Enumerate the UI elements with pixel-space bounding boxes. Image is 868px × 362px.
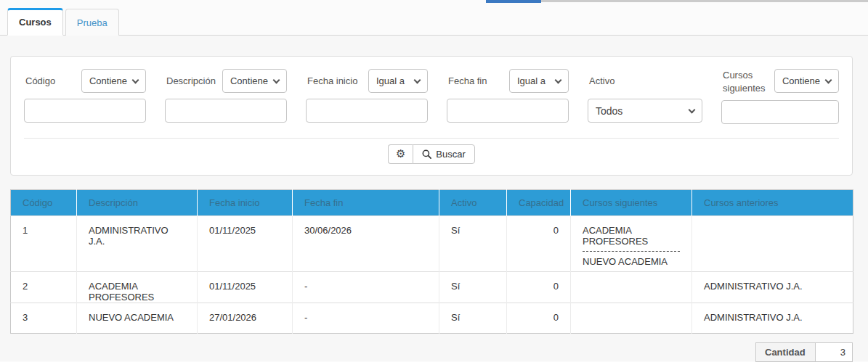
cell-activo: Sí	[439, 272, 507, 303]
column-header-descripcion[interactable]: Descripción	[77, 190, 198, 216]
cell-cursos-anteriores: ADMINISTRATIVO J.A.	[692, 272, 853, 303]
filter-panel: Código Contiene Descripción Contiene	[10, 56, 853, 176]
search-button-label: Buscar	[436, 149, 465, 160]
codigo-operator-value: Contiene	[89, 75, 127, 86]
fecha-inicio-operator-value: Igual a	[376, 75, 405, 86]
cell-capacidad: 0	[507, 272, 571, 303]
cell-fecha-fin: -	[293, 272, 439, 303]
tab-prueba[interactable]: Prueba	[65, 9, 119, 36]
codigo-filter-label: Código	[24, 75, 55, 88]
codigo-operator-select[interactable]: Contiene	[81, 69, 146, 93]
count-value: 3	[816, 342, 853, 362]
descripcion-filter-input[interactable]	[165, 99, 287, 123]
settings-button[interactable]: ⚙	[388, 144, 413, 164]
table-footer: Cantidad 3	[10, 342, 853, 362]
descripcion-operator-select[interactable]: Contiene	[222, 69, 287, 93]
fecha-inicio-filter-label: Fecha inicio	[306, 75, 357, 88]
filter-group-activo: Activo Todos	[588, 69, 702, 124]
descripcion-filter-label: Descripción	[165, 75, 216, 88]
column-header-cursos-siguientes[interactable]: Cursos siguientes	[571, 190, 692, 216]
cell-descripcion: NUEVO ACADEMIA	[77, 303, 198, 334]
cursos-siguientes-operator-select[interactable]: Contiene	[774, 69, 839, 93]
filter-row: Código Contiene Descripción Contiene	[24, 69, 839, 124]
fecha-fin-filter-label: Fecha fin	[447, 75, 487, 88]
chevron-down-icon	[689, 106, 696, 113]
codigo-filter-input[interactable]	[24, 99, 146, 123]
filter-group-fecha-inicio: Fecha inicio Igual a	[306, 69, 428, 124]
gear-icon: ⚙	[396, 149, 405, 160]
cursos-siguientes-operator-value: Contiene	[782, 75, 820, 86]
cursos-siguientes-item: ACADEMIA PROFESORES	[583, 225, 680, 252]
chevron-down-icon	[132, 76, 139, 83]
table-header-row: Código Descripción Fecha inicio Fecha fi…	[11, 190, 853, 216]
search-button-group: ⚙ Buscar	[388, 144, 474, 164]
filter-group-cursos-siguientes: Cursos siguientes Contiene	[721, 69, 839, 124]
fecha-fin-operator-select[interactable]: Igual a	[509, 69, 569, 93]
fecha-fin-filter-input[interactable]	[447, 99, 569, 123]
fecha-inicio-filter-input[interactable]	[306, 99, 428, 123]
cell-codigo: 1	[11, 216, 77, 272]
actions-row: ⚙ Buscar	[24, 139, 839, 175]
fecha-inicio-operator-select[interactable]: Igual a	[368, 69, 428, 93]
cell-descripcion: ACADEMIA PROFESORES	[77, 272, 198, 303]
cell-fecha-inicio: 01/11/2025	[198, 216, 293, 272]
cell-cursos-siguientes	[571, 303, 692, 334]
cell-fecha-fin: 30/06/2026	[293, 216, 439, 272]
cursos-siguientes-item: NUEVO ACADEMIA	[583, 256, 680, 271]
table-row[interactable]: 2 ACADEMIA PROFESORES 01/11/2025 - Sí 0 …	[11, 272, 853, 303]
activo-select-value: Todos	[596, 105, 622, 117]
cell-descripcion: ADMINISTRATIVO J.A.	[77, 216, 198, 272]
chevron-down-icon	[273, 76, 280, 83]
cell-cursos-anteriores: ADMINISTRATIVO J.A.	[692, 303, 853, 334]
column-header-capacidad[interactable]: Capacidad	[507, 190, 571, 216]
descripcion-operator-value: Contiene	[230, 75, 268, 86]
cell-cursos-siguientes	[571, 272, 692, 303]
column-header-activo[interactable]: Activo	[439, 190, 507, 216]
chevron-down-icon	[414, 76, 421, 83]
activo-filter-label: Activo	[588, 75, 615, 88]
cell-activo: Sí	[439, 303, 507, 334]
main-content: Código Contiene Descripción Contiene	[0, 36, 868, 361]
tab-cursos[interactable]: Cursos	[7, 8, 63, 36]
filter-group-codigo: Código Contiene	[24, 69, 146, 124]
table-row[interactable]: 1 ADMINISTRATIVO J.A. 01/11/2025 30/06/2…	[11, 216, 853, 272]
chevron-down-icon	[825, 76, 832, 83]
cell-capacidad: 0	[507, 303, 571, 334]
table-row[interactable]: 3 NUEVO ACADEMIA 27/01/2026 - Sí 0 ADMIN…	[11, 303, 853, 334]
tab-bar: Cursos Prueba	[0, 0, 868, 36]
cell-cursos-siguientes: ACADEMIA PROFESORES NUEVO ACADEMIA	[571, 216, 692, 272]
filter-group-fecha-fin: Fecha fin Igual a	[447, 69, 569, 124]
fecha-fin-operator-value: Igual a	[517, 75, 545, 86]
column-header-fecha-inicio[interactable]: Fecha inicio	[198, 190, 293, 216]
activo-select[interactable]: Todos	[588, 99, 702, 123]
cursos-siguientes-filter-label: Cursos siguientes	[721, 69, 768, 94]
column-header-fecha-fin[interactable]: Fecha fin	[293, 190, 439, 216]
count-label: Cantidad	[755, 342, 816, 362]
cell-cursos-anteriores	[692, 216, 853, 272]
column-header-cursos-anteriores[interactable]: Cursos anteriores	[692, 190, 853, 216]
top-scrollbar-track[interactable]	[486, 0, 868, 2]
cell-fecha-inicio: 01/11/2025	[198, 272, 293, 303]
cell-fecha-fin: -	[293, 303, 439, 334]
column-header-codigo[interactable]: Código	[11, 190, 77, 216]
search-button[interactable]: Buscar	[413, 144, 474, 164]
filter-group-descripcion: Descripción Contiene	[165, 69, 287, 124]
cell-codigo: 3	[11, 303, 77, 334]
chevron-down-icon	[555, 76, 562, 83]
cell-capacidad: 0	[507, 216, 571, 272]
cell-fecha-inicio: 27/01/2026	[198, 303, 293, 334]
magnifier-icon	[422, 149, 431, 159]
cell-codigo: 2	[11, 272, 77, 303]
courses-table: Código Descripción Fecha inicio Fecha fi…	[10, 189, 853, 334]
cursos-siguientes-filter-input[interactable]	[721, 100, 839, 124]
cell-activo: Sí	[439, 216, 507, 272]
top-scrollbar-thumb[interactable]	[486, 0, 541, 3]
